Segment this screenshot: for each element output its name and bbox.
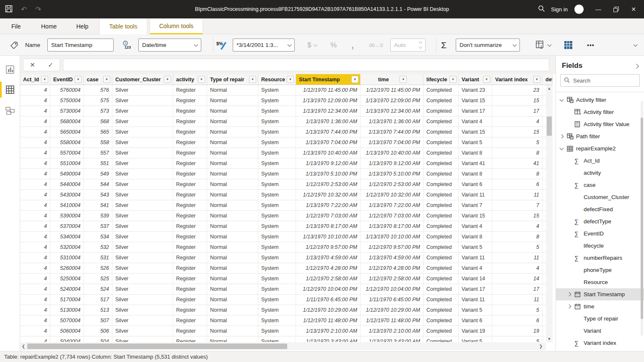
column-header-act-id[interactable]: Act_Id▼ [20, 74, 50, 85]
table-cell[interactable]: 549 [84, 169, 112, 179]
field-item-case[interactable]: ∑case [556, 179, 644, 191]
table-cell[interactable]: 539 [84, 211, 112, 221]
table-cell[interactable]: 1/12/1970 11:48:00 PM [361, 315, 423, 326]
table-cell[interactable]: System [258, 326, 296, 336]
table-cell[interactable]: Silver [112, 221, 173, 231]
table-cell[interactable]: 1/12/1970 7:03:00 AM [296, 211, 361, 221]
table-cell[interactable]: Register [173, 137, 207, 147]
table-cell[interactable]: Variant 41 [459, 158, 492, 168]
table-cell[interactable]: Silver [112, 295, 173, 305]
table-cell[interactable]: 15 [492, 211, 543, 221]
table-cell[interactable]: System [258, 127, 296, 137]
table-cell[interactable]: 1/13/1970 4:59:00 AM [296, 253, 361, 263]
table-cell[interactable]: Register [173, 116, 207, 127]
table-cell[interactable]: Register [173, 211, 207, 221]
report-view-button[interactable] [0, 60, 20, 79]
table-cell[interactable]: 1/11/1970 6:45:00 PM [296, 295, 361, 305]
tab-home[interactable]: Home [41, 18, 57, 34]
table-cell[interactable]: 6 [492, 179, 543, 189]
table-cell[interactable]: Normal [207, 148, 258, 158]
scroll-right-icon[interactable]: ❯ [538, 344, 544, 349]
table-cell[interactable]: Silver [112, 179, 173, 189]
table-cell[interactable]: 19 [492, 326, 543, 336]
table-cell[interactable]: Silver [112, 200, 173, 210]
column-filter-icon[interactable]: ▼ [533, 76, 540, 83]
horizontal-scrollbar-thumb[interactable] [27, 344, 287, 349]
table-cell[interactable]: 7 [492, 200, 543, 210]
table-cell[interactable]: System [258, 148, 296, 158]
table-cell[interactable]: 534 [84, 232, 112, 242]
table-cell[interactable]: 4 [492, 116, 543, 127]
formula-cancel-icon[interactable]: ✕ [30, 61, 35, 69]
table-cell[interactable]: 573 [84, 106, 112, 116]
table-cell[interactable]: Variant 15 [459, 96, 492, 106]
table-cell[interactable]: Variant 17 [459, 106, 492, 116]
table-cell[interactable]: System [258, 106, 296, 116]
summarization-select[interactable]: Don't summarize [456, 39, 520, 52]
field-item-resource[interactable]: Resource [556, 276, 644, 288]
table-cell[interactable]: System [258, 253, 296, 263]
table-cell[interactable]: 4 [20, 200, 50, 210]
table-cell[interactable]: 1/13/1970 8:17:00 AM [296, 221, 361, 231]
field-item-defecttype[interactable]: ∑defectType [556, 215, 644, 228]
table-cell[interactable]: Register [173, 106, 207, 116]
minimize-button[interactable]: — [591, 0, 605, 18]
field-item-time[interactable]: time [556, 300, 644, 313]
table-cell[interactable]: Completed [423, 253, 459, 263]
table-cell[interactable]: Variant 6 [459, 179, 492, 189]
table-cell[interactable]: Silver [112, 148, 173, 158]
more-options-button[interactable]: ••• [587, 39, 595, 52]
field-item-eventid[interactable]: ∑EventID [556, 228, 644, 240]
table-cell[interactable]: System [258, 242, 296, 252]
column-header-type-of-repair[interactable]: Type of repair▼ [207, 74, 258, 85]
table-cell[interactable]: Completed [423, 315, 459, 326]
table-cell[interactable]: Silver [112, 232, 173, 242]
table-cell[interactable]: Variant 23 [459, 85, 492, 95]
column-header-resource[interactable]: Resource▼ [258, 74, 296, 85]
table-cell[interactable]: 5320004 [50, 242, 84, 252]
table-cell[interactable]: 1/13/1970 4:59:00 AM [361, 253, 423, 263]
table-cell[interactable]: Completed [423, 305, 459, 315]
vertical-scrollbar-thumb[interactable] [547, 116, 552, 136]
restore-button[interactable] [609, 0, 623, 18]
table-cell[interactable]: System [258, 305, 296, 315]
table-cell[interactable]: Register [173, 263, 207, 273]
table-cell[interactable]: Silver [112, 106, 173, 116]
table-cell[interactable]: System [258, 274, 296, 284]
table-cell[interactable]: Completed [423, 274, 459, 284]
table-cell[interactable]: System [258, 200, 296, 210]
table-cell[interactable]: Register [173, 253, 207, 263]
table-cell[interactable]: Variant 11 [459, 295, 492, 305]
table-cell[interactable]: 5440004 [50, 179, 84, 189]
table-cell[interactable]: 1/13/1970 9:12:00 AM [296, 158, 361, 168]
table-cell[interactable]: 1/12/1970 2:58:00 AM [296, 274, 361, 284]
table-cell[interactable]: 17 [492, 284, 543, 294]
table-cell[interactable]: 4 [20, 295, 50, 305]
table-cell[interactable]: 1/13/1970 3:43:00 AM [361, 336, 423, 342]
fields-search-input[interactable]: Search [560, 74, 640, 87]
table-cell[interactable]: Normal [207, 106, 258, 116]
table-cell[interactable]: 543 [84, 190, 112, 200]
table-cell[interactable]: 525 [84, 274, 112, 284]
table-cell[interactable]: 4 [492, 263, 543, 273]
table-cell[interactable]: Silver [112, 116, 173, 127]
table-cell[interactable]: Normal [207, 211, 258, 221]
table-cell[interactable]: Normal [207, 242, 258, 252]
table-cell[interactable]: 4 [20, 158, 50, 168]
table-cell[interactable]: Register [173, 148, 207, 158]
table-cell[interactable]: 5570004 [50, 148, 84, 158]
table-cell[interactable]: 4 [20, 336, 50, 342]
field-item-activity-filter[interactable]: Activity filter [556, 94, 644, 106]
table-cell[interactable]: Normal [207, 263, 258, 273]
table-cell[interactable]: Variant 17 [459, 284, 492, 294]
table-cell[interactable]: 4 [20, 232, 50, 242]
table-cell[interactable]: Normal [207, 85, 258, 95]
column-header-def[interactable]: def [543, 74, 553, 85]
table-cell[interactable]: Register [173, 295, 207, 305]
chevron-right-icon[interactable] [560, 134, 564, 139]
table-cell[interactable]: 1/13/1970 3:43:00 AM [296, 336, 361, 342]
table-cell[interactable]: Register [173, 169, 207, 179]
table-cell[interactable]: System [258, 232, 296, 242]
table-cell[interactable]: 14 [492, 274, 543, 284]
table-cell[interactable]: 1/13/1970 2:10:00 AM [296, 326, 361, 336]
